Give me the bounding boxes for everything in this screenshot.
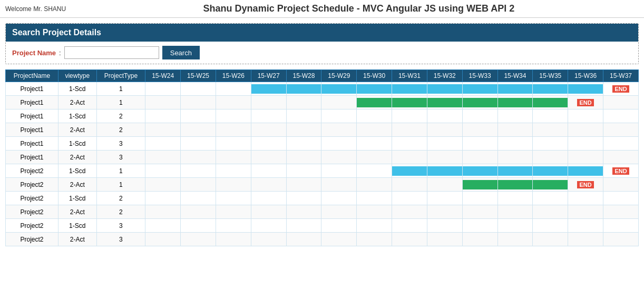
cell-project-name: Project1 <box>6 82 58 96</box>
cell-week-15-W25 <box>181 123 216 137</box>
bar-blue <box>533 166 568 176</box>
cell-week-15-W32 <box>427 219 462 233</box>
cell-week-15-W30 <box>357 164 392 178</box>
cell-project-type: 2 <box>96 123 145 137</box>
bar-blue <box>427 84 462 94</box>
cell-week-15-W31 <box>392 219 427 233</box>
cell-week-15-W25 <box>181 82 216 96</box>
cell-week-15-W24 <box>145 123 181 137</box>
cell-week-15-W28 <box>286 96 321 109</box>
cell-week-15-W35 <box>533 96 568 109</box>
cell-week-15-W32 <box>427 205 462 219</box>
cell-week-15-W33 <box>462 178 497 192</box>
cell-week-15-W25 <box>181 205 216 219</box>
cell-week-15-W25 <box>181 233 216 246</box>
cell-project-type: 3 <box>96 219 145 233</box>
col-header-15-w31: 15-W31 <box>392 70 427 82</box>
col-header-15-w24: 15-W24 <box>145 70 181 82</box>
search-button[interactable]: Search <box>162 46 200 59</box>
cell-week-15-W30 <box>357 96 392 109</box>
cell-week-15-W33 <box>462 233 497 246</box>
table-row: Project11-Scd1END <box>6 82 639 96</box>
cell-project-type: 2 <box>96 109 145 123</box>
cell-week-15-W36 <box>568 192 603 205</box>
bar-blue <box>392 84 427 94</box>
table-row: Project11-Scd2 <box>6 109 639 123</box>
cell-week-15-W30 <box>357 137 392 151</box>
bar-blue <box>392 166 427 176</box>
cell-week-15-W24 <box>145 192 181 205</box>
cell-project-name: Project1 <box>6 123 58 137</box>
cell-week-15-W34 <box>497 151 533 164</box>
cell-project-name: Project1 <box>6 137 58 151</box>
bar-blue <box>568 84 603 94</box>
cell-week-15-W33 <box>462 192 497 205</box>
cell-week-15-W26 <box>216 123 251 137</box>
bar-blue <box>463 166 497 176</box>
cell-viewtype: 2-Act <box>58 96 96 109</box>
cell-week-15-W30 <box>357 123 392 137</box>
cell-week-15-W33 <box>462 123 497 137</box>
cell-week-15-W27 <box>251 151 286 164</box>
col-header-15-w36: 15-W36 <box>568 70 603 82</box>
cell-project-name: Project1 <box>6 96 58 109</box>
end-badge: END <box>577 99 593 106</box>
cell-week-15-W25 <box>181 164 216 178</box>
cell-week-15-W29 <box>321 137 357 151</box>
cell-week-15-W26 <box>216 96 251 109</box>
table-row: Project22-Act3 <box>6 233 639 246</box>
cell-week-15-W32 <box>427 137 462 151</box>
cell-week-15-W35 <box>533 123 568 137</box>
cell-week-15-W34 <box>497 178 533 192</box>
cell-week-15-W29 <box>321 151 357 164</box>
cell-week-15-W27 <box>251 192 286 205</box>
cell-week-15-W34 <box>497 233 533 246</box>
cell-project-name: Project2 <box>6 233 58 246</box>
table-row: Project12-Act1END <box>6 96 639 109</box>
project-name-input[interactable] <box>64 46 159 59</box>
table-row: Project11-Scd3 <box>6 137 639 151</box>
col-header-15-w37: 15-W37 <box>603 70 639 82</box>
cell-week-15-W36 <box>568 137 603 151</box>
cell-project-type: 1 <box>96 82 145 96</box>
cell-week-15-W35 <box>533 82 568 96</box>
cell-week-15-W32 <box>427 96 462 109</box>
cell-week-15-W25 <box>181 219 216 233</box>
cell-week-15-W24 <box>145 233 181 246</box>
cell-project-name: Project1 <box>6 151 58 164</box>
cell-week-15-W29 <box>321 219 357 233</box>
table-row: Project21-Scd2 <box>6 192 639 205</box>
bar-blue <box>463 84 497 94</box>
cell-week-15-W35 <box>533 109 568 123</box>
header: Welcome Mr. SHANU Shanu Dynamic Project … <box>0 0 644 18</box>
cell-week-15-W28 <box>286 137 321 151</box>
cell-week-15-W37 <box>603 178 639 192</box>
bar-green <box>498 98 533 107</box>
cell-week-15-W32 <box>427 178 462 192</box>
cell-week-15-W28 <box>286 82 321 96</box>
col-header-15-w32: 15-W32 <box>427 70 462 82</box>
cell-project-type: 2 <box>96 205 145 219</box>
cell-week-15-W33 <box>462 151 497 164</box>
cell-week-15-W37 <box>603 205 639 219</box>
cell-week-15-W27 <box>251 233 286 246</box>
cell-viewtype: 2-Act <box>58 205 96 219</box>
cell-week-15-W26 <box>216 219 251 233</box>
col-header-15-w25: 15-W25 <box>181 70 216 82</box>
cell-week-15-W26 <box>216 109 251 123</box>
bar-blue <box>498 166 533 176</box>
cell-week-15-W25 <box>181 137 216 151</box>
cell-week-15-W28 <box>286 192 321 205</box>
cell-week-15-W27 <box>251 164 286 178</box>
table-row: Project21-Scd3 <box>6 219 639 233</box>
cell-week-15-W26 <box>216 164 251 178</box>
cell-week-15-W37 <box>603 123 639 137</box>
cell-week-15-W32 <box>427 82 462 96</box>
cell-week-15-W31 <box>392 137 427 151</box>
cell-project-name: Project2 <box>6 164 58 178</box>
table-row: Project22-Act2 <box>6 205 639 219</box>
col-header-15-w26: 15-W26 <box>216 70 251 82</box>
bar-green <box>463 180 497 189</box>
cell-week-15-W28 <box>286 109 321 123</box>
cell-week-15-W33 <box>462 96 497 109</box>
